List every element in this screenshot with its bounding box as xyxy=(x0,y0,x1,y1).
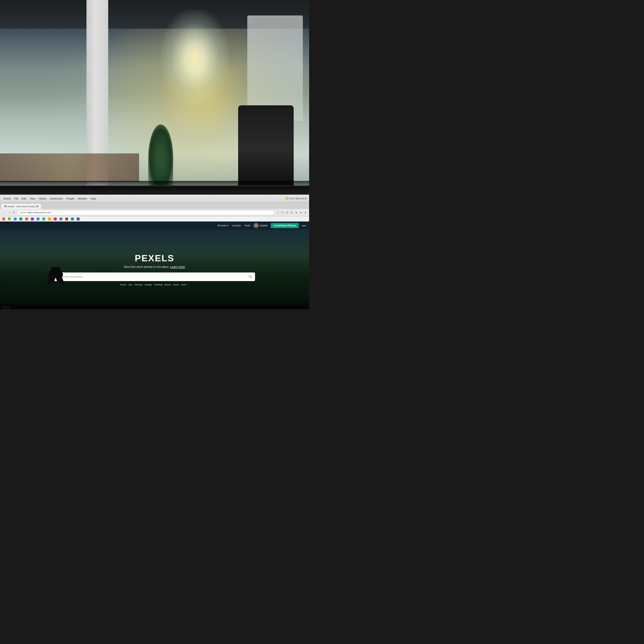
tag-more[interactable]: more → xyxy=(181,283,189,286)
bookmark-misc-6[interactable] xyxy=(53,217,58,221)
bookmark-star-icon[interactable]: ☆ xyxy=(276,211,280,215)
user-avatar: D xyxy=(254,223,259,228)
window-glow xyxy=(161,9,229,105)
menu-file[interactable]: File xyxy=(13,197,20,201)
misc9-icon xyxy=(71,218,74,220)
browse-dropdown-icon: ▾ xyxy=(227,224,228,227)
misc6-icon xyxy=(54,218,57,220)
menu-edit[interactable]: Edit xyxy=(21,197,27,201)
url-field[interactable]: Secure https://www.pexels.com xyxy=(17,210,275,215)
forward-button[interactable]: › xyxy=(7,211,11,215)
misc5-icon xyxy=(48,218,51,220)
tag-blur[interactable]: blur xyxy=(129,283,132,286)
nav-browse[interactable]: Browse ▾ xyxy=(218,224,229,227)
gcal-icon xyxy=(14,218,17,220)
hiker-body xyxy=(46,267,65,285)
misc2-icon xyxy=(31,218,34,220)
secure-icon: Secure xyxy=(20,212,26,214)
misc7-icon xyxy=(60,218,62,220)
pexels-logo: PEXELS xyxy=(135,253,174,264)
nav-right-items: Browse ▾ License Tools D Daniel Contribu… xyxy=(218,223,306,228)
bookmark-misc-10[interactable] xyxy=(76,217,81,221)
gmail-icon: M xyxy=(2,218,5,220)
bookmark-misc-1[interactable] xyxy=(24,217,29,221)
menu-bookmarks[interactable]: Bookmarks xyxy=(49,197,64,201)
menu-help[interactable]: Help xyxy=(89,197,97,201)
tab-close-button[interactable]: × xyxy=(36,205,38,208)
misc10-icon xyxy=(77,218,80,220)
chrome-menubar: hrome File Edit View History Bookmarks P… xyxy=(0,195,309,203)
tag-house[interactable]: house xyxy=(120,283,126,286)
website-content: Browse ▾ License Tools D Daniel Contribu… xyxy=(0,222,309,309)
menu-window[interactable]: Window xyxy=(77,197,88,201)
gcal2-icon xyxy=(19,218,22,220)
menu-view[interactable]: View xyxy=(29,197,36,201)
search-bar[interactable]: Search for free photos... 🔍 xyxy=(54,272,255,281)
window-right xyxy=(247,15,303,121)
nav-more-button[interactable]: ••• xyxy=(302,224,306,227)
ext-icon-4[interactable]: ■ xyxy=(303,211,307,215)
bookmark-misc-8[interactable] xyxy=(64,217,69,221)
tag-meeting[interactable]: meeting xyxy=(154,283,162,286)
ext-icon-3[interactable]: ■ xyxy=(299,211,303,215)
desk xyxy=(0,153,139,182)
menu-history[interactable]: History xyxy=(37,197,48,201)
tag-phone[interactable]: phone xyxy=(165,283,171,286)
bookmark-gmail[interactable]: M xyxy=(1,217,6,221)
bookmark-misc-2[interactable] xyxy=(30,217,35,221)
tab-title: Pexels - Free Stock Photos xyxy=(7,205,35,208)
contribute-photos-button[interactable]: Contribute Photos xyxy=(271,223,299,228)
system-tray: 📶 100 % Wed 16:15 xyxy=(286,197,307,200)
nav-license[interactable]: License xyxy=(232,224,241,227)
menu-people[interactable]: People xyxy=(65,197,76,201)
battery-icon: 100 % xyxy=(289,197,295,199)
misc1-icon xyxy=(25,218,28,220)
learn-more-link[interactable]: Learn more xyxy=(170,265,185,268)
back-button[interactable]: ‹ xyxy=(2,211,6,215)
clock: Wed 16:15 xyxy=(296,197,307,200)
misc8-icon xyxy=(65,218,68,220)
screen-bottom-edge xyxy=(0,300,309,309)
search-tags-row: house blur training vintage meeting phon… xyxy=(120,283,189,286)
nav-user[interactable]: D Daniel xyxy=(254,223,267,228)
wifi-icon: 📶 xyxy=(286,197,289,200)
menu-chrome[interactable]: hrome xyxy=(2,197,12,201)
misc4-icon xyxy=(42,218,45,220)
bookmark-misc-7[interactable] xyxy=(58,217,64,221)
toolbar-actions: ☆ 🛡 P ■ ■ ■ ■ xyxy=(276,211,307,215)
tab-bar: 🟢 Pexels - Free Stock Photos × xyxy=(0,203,309,209)
nav-tools[interactable]: Tools xyxy=(244,224,250,227)
bookmark-cal2[interactable] xyxy=(18,217,23,221)
hero-subtitle: Best free stock photos in one place. Lea… xyxy=(124,265,185,268)
tab-favicon: 🟢 xyxy=(4,205,7,208)
username-label: Daniel xyxy=(260,224,267,227)
url-text: https://www.pexels.com xyxy=(27,211,51,214)
pinterest-icon[interactable]: P xyxy=(285,211,289,215)
bookmark-cal[interactable] xyxy=(13,217,18,221)
tag-wood[interactable]: wood xyxy=(173,283,179,286)
bookmark-misc-5[interactable] xyxy=(47,217,52,221)
ext-icon-2[interactable]: ■ xyxy=(294,211,298,215)
search-icon[interactable]: 🔍 xyxy=(248,275,252,278)
active-tab[interactable]: 🟢 Pexels - Free Stock Photos × xyxy=(1,204,41,209)
hiker-silhouette xyxy=(46,267,65,285)
bookmark-misc-9[interactable] xyxy=(70,217,75,221)
tag-vintage[interactable]: vintage xyxy=(145,283,152,286)
shield-icon[interactable]: 🛡 xyxy=(280,211,285,215)
gdrive-icon xyxy=(8,218,11,220)
tag-training[interactable]: training xyxy=(135,283,142,286)
ext-icon-1[interactable]: ■ xyxy=(290,211,294,215)
bookmarks-bar: M xyxy=(0,216,309,222)
address-bar: ‹ › ↻ Secure https://www.pexels.com ☆ 🛡 … xyxy=(0,209,309,216)
office-scene xyxy=(0,0,309,192)
browser-window: hrome File Edit View History Bookmarks P… xyxy=(0,195,309,309)
chair xyxy=(238,105,294,191)
bookmark-misc-3[interactable] xyxy=(35,217,41,221)
reload-button[interactable]: ↻ xyxy=(12,211,16,215)
bookmark-gdrive[interactable] xyxy=(7,217,12,221)
bookmark-misc-4[interactable] xyxy=(41,217,46,221)
search-placeholder: Search for free photos... xyxy=(57,275,248,278)
misc3-icon xyxy=(37,218,39,220)
pexels-navbar: Browse ▾ License Tools D Daniel Contribu… xyxy=(0,222,309,230)
